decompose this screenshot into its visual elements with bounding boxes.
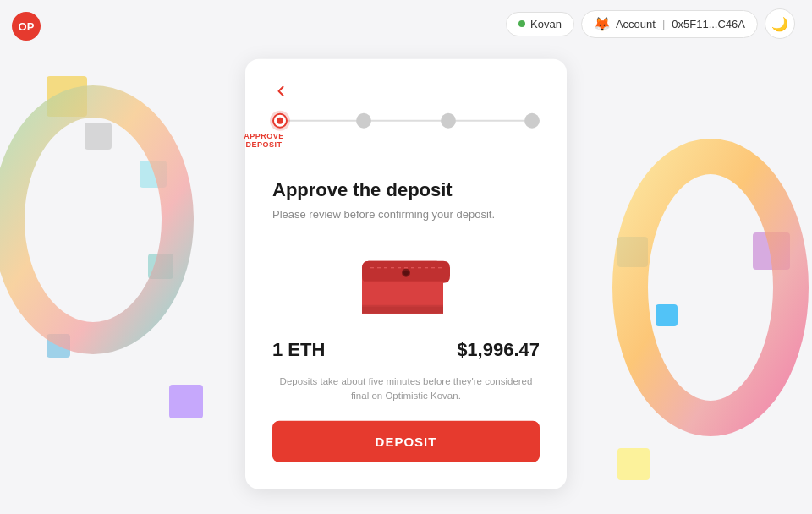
card-title: Approve the deposit	[272, 179, 540, 201]
metamask-icon: 🦊	[594, 16, 611, 32]
deposit-card: APPROVEDEPOSIT Approve the deposit Pleas…	[245, 59, 567, 489]
step-1-dot	[272, 113, 288, 128]
decor-square	[140, 161, 167, 188]
right-shape	[592, 127, 812, 448]
decor-square	[85, 123, 112, 150]
step-progress: APPROVEDEPOSIT	[272, 113, 540, 128]
account-address: 0x5F11...C46A	[672, 18, 745, 30]
back-button[interactable]	[272, 83, 289, 100]
back-arrow-icon	[272, 83, 289, 100]
usd-amount: $1,996.47	[457, 339, 540, 361]
step-1-label: APPROVEDEPOSIT	[234, 132, 294, 149]
deposit-button[interactable]: DEPOSIT	[272, 420, 540, 462]
step-4-dot	[524, 113, 540, 128]
svg-point-6	[403, 271, 409, 276]
decor-square	[148, 254, 173, 279]
eth-amount: 1 ETH	[272, 339, 325, 361]
moon-icon: 🌙	[771, 16, 788, 32]
decor-square	[617, 448, 650, 480]
network-label: Kovan	[530, 18, 562, 30]
decor-square	[47, 76, 87, 117]
decor-square	[169, 385, 203, 418]
op-logo: OP	[12, 12, 41, 41]
dark-mode-toggle[interactable]: 🌙	[765, 8, 795, 39]
decor-square	[47, 334, 70, 358]
network-pill[interactable]: Kovan	[506, 12, 574, 36]
svg-point-1	[630, 156, 791, 418]
step-line-2	[371, 120, 440, 122]
svg-rect-8	[362, 307, 443, 314]
step-line-3	[456, 120, 524, 122]
wallet-svg	[355, 238, 457, 322]
left-shape	[0, 76, 211, 364]
svg-point-0	[8, 101, 178, 338]
decor-square	[753, 232, 790, 270]
step-2-dot	[356, 113, 371, 128]
account-label: Account	[616, 18, 656, 30]
topnav: OP Kovan 🦊 Account | 0x5F11...C46A 🌙	[0, 0, 812, 47]
step-3-dot	[441, 113, 456, 128]
amount-row: 1 ETH $1,996.47	[272, 339, 540, 361]
decor-square	[656, 304, 678, 326]
card-container: APPROVEDEPOSIT Approve the deposit Pleas…	[245, 59, 567, 489]
network-status-dot	[518, 20, 525, 27]
card-subtitle: Please review before confirming your dep…	[272, 208, 540, 221]
decor-square	[617, 237, 648, 267]
disclaimer-text: Deposits take about five minutes before …	[272, 375, 540, 404]
step-line-1	[288, 120, 356, 122]
wallet-illustration	[272, 238, 540, 322]
account-pill[interactable]: 🦊 Account | 0x5F11...C46A	[581, 10, 758, 38]
